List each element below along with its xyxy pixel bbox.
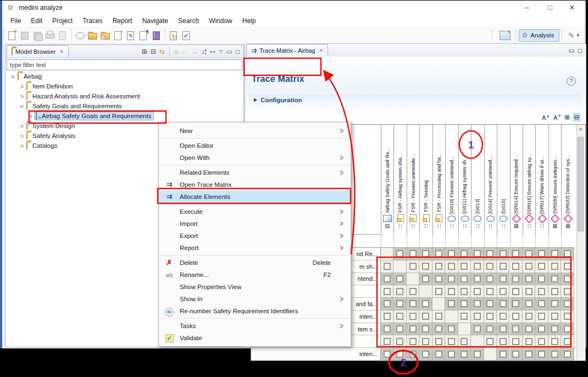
trace-checkbox-unchecked[interactable]	[474, 288, 481, 295]
matrix-cell[interactable]	[381, 273, 393, 286]
link-with-editor-icon[interactable]: ⇆	[159, 47, 165, 57]
matrix-cell[interactable]	[548, 298, 561, 311]
trace-checkbox-unchecked[interactable]	[384, 325, 391, 332]
matrix-cell[interactable]	[432, 273, 445, 286]
matrix-column-header[interactable]: FSR - Prevent unintende...∷	[407, 125, 419, 235]
menubar-traces[interactable]: Traces	[77, 15, 107, 27]
matrix-cell[interactable]	[471, 298, 484, 311]
trace-checkbox-unchecked[interactable]	[396, 275, 403, 282]
matrix-cell[interactable]	[497, 323, 509, 336]
matrix-column-header[interactable]: [SR030] ensure indepen...⊞	[548, 125, 561, 235]
open-recent-icon[interactable]: ◷	[99, 30, 111, 41]
matrix-cell[interactable]	[471, 311, 484, 323]
matrix-cell[interactable]	[497, 248, 509, 260]
matrix-cell[interactable]	[535, 348, 548, 361]
sidebar-item-item-definition[interactable]: >Item Definition	[5, 81, 243, 91]
context-menu-item-validate[interactable]: ✓Validate	[159, 332, 351, 344]
matrix-cell[interactable]	[407, 298, 419, 311]
context-menu-item-open-editor[interactable]: Open Editor	[159, 140, 351, 152]
trace-checkbox-unchecked[interactable]	[564, 263, 571, 270]
trace-checkbox-unchecked[interactable]	[512, 288, 519, 295]
back-icon[interactable]: ←	[181, 47, 188, 57]
trace-checkbox-unchecked[interactable]	[422, 351, 429, 358]
trace-checkbox-unchecked[interactable]	[564, 275, 571, 282]
trace-checkbox-unchecked[interactable]	[461, 263, 468, 270]
trace-checkbox-unchecked[interactable]	[512, 275, 519, 282]
trace-checkbox-unchecked[interactable]	[409, 300, 417, 307]
matrix-column-header[interactable]: Airbag Safety Goals and Re...⊟	[381, 125, 393, 235]
matrix-cell[interactable]	[535, 298, 548, 311]
trace-checkbox-unchecked[interactable]	[486, 288, 493, 295]
trace-checkbox-unchecked[interactable]	[384, 288, 391, 295]
trace-checkbox-unchecked[interactable]	[525, 325, 532, 332]
matrix-cell[interactable]	[561, 285, 574, 298]
matrix-cell[interactable]	[548, 285, 561, 298]
trace-checkbox-unchecked[interactable]	[512, 351, 519, 358]
trace-checkbox-unchecked[interactable]	[384, 300, 391, 307]
trace-checkbox-unchecked[interactable]	[396, 338, 403, 345]
trace-checkbox-unchecked[interactable]	[486, 338, 493, 345]
dots-icon[interactable]: ∷	[398, 223, 402, 229]
trace-checkbox-unchecked[interactable]	[448, 288, 455, 295]
matrix-cell[interactable]	[497, 285, 509, 298]
view-menu-icon[interactable]: ▽	[219, 47, 223, 57]
expand-arrow-icon[interactable]: >	[19, 142, 25, 149]
forward-icon[interactable]: →	[191, 47, 198, 57]
trace-checkbox-unchecked[interactable]	[409, 250, 417, 257]
annotation-pen-icon[interactable]: ✎	[568, 31, 574, 40]
sort-alpha-icon[interactable]: ↓az	[201, 47, 206, 57]
trace-checkbox-unchecked[interactable]	[435, 288, 442, 295]
matrix-cell[interactable]	[419, 248, 432, 260]
matrix-cell[interactable]	[393, 323, 406, 336]
tree-filter-input[interactable]	[7, 59, 242, 70]
matrix-cell[interactable]	[458, 311, 471, 323]
matrix-cell[interactable]	[484, 323, 497, 336]
matrix-column-header[interactable]: [SR014] Ensure required ...⊞	[510, 125, 523, 235]
edit-icon[interactable]: ✎	[125, 30, 136, 41]
matrix-cell[interactable]	[458, 260, 471, 273]
window-close-button[interactable]: ✕	[563, 2, 581, 13]
chevron-down-icon[interactable]: ▼	[576, 33, 580, 38]
trace-checkbox-unchecked[interactable]	[500, 338, 507, 345]
trace-checkbox-unchecked[interactable]	[435, 275, 442, 282]
trace-checkbox-unchecked[interactable]	[409, 288, 417, 295]
help-icon[interactable]: ?	[567, 76, 576, 86]
context-menu-item-open-trace-matrix[interactable]: ⇉Open Trace Matrix	[159, 179, 351, 191]
trace-checkbox-unchecked[interactable]	[538, 250, 545, 257]
trace-checkbox-unchecked[interactable]	[461, 288, 468, 295]
trace-checkbox-unchecked[interactable]	[435, 313, 442, 320]
trace-checkbox-unchecked[interactable]	[448, 275, 455, 282]
matrix-cell[interactable]	[471, 348, 484, 361]
trace-checkbox-unchecked[interactable]	[500, 325, 507, 332]
trace-checkbox-unchecked[interactable]	[538, 288, 545, 295]
matrix-cell[interactable]	[432, 248, 445, 260]
trace-checkbox-unchecked[interactable]	[448, 300, 455, 307]
dots-icon[interactable]: ∷	[424, 223, 428, 229]
matrix-column-header[interactable]: [SR017] Warn driver if ai...∷	[535, 125, 548, 235]
bookmark-icon[interactable]	[137, 30, 149, 41]
trace-checkbox-unchecked[interactable]	[396, 325, 403, 332]
context-menu-item-allocate-elements[interactable]: ⇉Allocate Elements	[159, 191, 351, 203]
matrix-column-header[interactable]: [SR033] Detection of sys...⊞	[561, 125, 574, 235]
trace-checkbox-unchecked[interactable]	[396, 313, 403, 320]
trace-checkbox-unchecked[interactable]	[551, 275, 558, 282]
trace-checkbox-unchecked[interactable]	[461, 250, 468, 257]
plus-box-icon[interactable]: ⊞	[514, 223, 519, 229]
validate-model-icon[interactable]: ✓	[180, 30, 192, 41]
matrix-cell[interactable]	[393, 248, 406, 260]
context-menu-item-show-in[interactable]: Show In>	[159, 293, 351, 305]
context-menu-item-related-elements[interactable]: Related Elements>	[159, 167, 351, 179]
trace-checkbox-unchecked[interactable]	[486, 313, 493, 320]
trace-checkbox-unchecked[interactable]	[525, 313, 532, 320]
dots-icon[interactable]: ∷	[437, 223, 441, 229]
trace-checkbox-unchecked[interactable]	[551, 300, 558, 307]
menubar-project[interactable]: Project	[47, 15, 77, 27]
matrix-cell[interactable]	[458, 273, 471, 286]
matrix-column-header[interactable]: [G013]∷	[471, 125, 484, 235]
trace-checkbox-unchecked[interactable]	[384, 351, 391, 358]
matrix-cell[interactable]	[535, 323, 548, 336]
open-folder-icon[interactable]	[87, 30, 98, 41]
dots-icon[interactable]: ∷	[450, 223, 454, 229]
context-menu-item-delete[interactable]: ✗DeleteDelete	[159, 257, 351, 269]
matrix-cell[interactable]	[393, 273, 406, 286]
